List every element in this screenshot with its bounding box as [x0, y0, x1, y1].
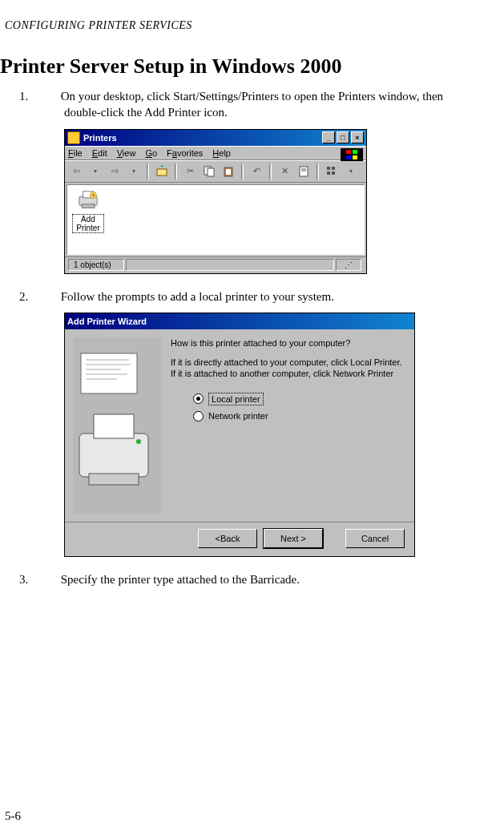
folder-icon: [67, 131, 80, 144]
svg-rect-28: [94, 414, 134, 438]
running-header: CONFIGURING PRINTER SERVICES: [0, 0, 504, 32]
copy-icon[interactable]: [201, 163, 217, 179]
undo-icon[interactable]: ↶: [248, 163, 264, 179]
window-titlebar: Printers _ □ ×: [65, 130, 366, 146]
svg-rect-14: [327, 171, 330, 175]
svg-rect-3: [353, 155, 357, 159]
forward-icon[interactable]: ⇨: [107, 163, 123, 179]
dropdown-icon[interactable]: ▾: [126, 163, 142, 179]
dropdown-icon[interactable]: ▾: [343, 163, 359, 179]
svg-rect-13: [332, 167, 335, 170]
toolbar: ⇦ ▾ ⇨ ▾ ✂ ↶ ✕: [65, 160, 366, 183]
svg-rect-18: [82, 204, 95, 208]
separator: [269, 163, 272, 179]
svg-rect-8: [226, 169, 231, 175]
menu-file[interactable]: File: [68, 148, 83, 158]
minimize-button[interactable]: _: [322, 131, 335, 143]
add-printer-label: Add Printer: [72, 214, 104, 233]
svg-rect-4: [157, 169, 167, 175]
wizard-banner-image: [73, 337, 161, 514]
page-title: Printer Server Setup in Windows 2000: [0, 54, 504, 79]
svg-rect-9: [300, 167, 308, 176]
back-icon[interactable]: ⇦: [68, 163, 84, 179]
window-content: Add Printer: [67, 184, 365, 255]
radio-local-printer[interactable]: Local printer: [193, 393, 406, 405]
menubar: File Edit View Go Favorites Help: [65, 146, 366, 160]
svg-rect-2: [346, 155, 351, 159]
separator: [147, 163, 149, 179]
cancel-button[interactable]: Cancel: [345, 529, 405, 548]
page-number: 5-6: [5, 809, 21, 823]
add-printer-item[interactable]: Add Printer: [72, 190, 104, 233]
next-button[interactable]: Next >: [264, 529, 323, 548]
radio-icon: [193, 411, 204, 422]
svg-rect-15: [332, 171, 335, 175]
svg-rect-1: [353, 150, 357, 154]
figure-add-printer-wizard: Add Printer Wizard: [64, 313, 504, 557]
statusbar: 1 object(s) ⋰: [65, 256, 366, 273]
radio-icon: [193, 393, 204, 404]
figure-printers-window: Printers _ □ × File Edit View Go Favorit…: [64, 129, 504, 274]
step-number: 2.: [42, 288, 58, 305]
window-title: Printers: [83, 133, 117, 143]
menu-favorites[interactable]: Favorites: [167, 148, 203, 158]
menu-help[interactable]: Help: [212, 148, 231, 158]
properties-icon[interactable]: [296, 163, 312, 179]
step-1: 1. On your desktop, click Start/Settings…: [64, 88, 472, 121]
step-2: 2. Follow the prompts to add a local pri…: [64, 288, 472, 305]
close-button[interactable]: ×: [351, 131, 364, 143]
cut-icon[interactable]: ✂: [182, 163, 198, 179]
back-button[interactable]: < Back: [198, 529, 257, 548]
svg-rect-29: [89, 474, 139, 485]
radio-network-printer[interactable]: Network printer: [193, 410, 406, 422]
separator: [175, 163, 177, 179]
dropdown-icon[interactable]: ▾: [87, 163, 103, 179]
dialog-button-row: < Back Next > Cancel: [65, 522, 414, 556]
step-text: On your desktop, click Start/Settings/Pr…: [61, 90, 443, 119]
separator: [317, 163, 319, 179]
windows-logo-icon: [341, 148, 363, 161]
wizard-question: How is this printer attached to your com…: [171, 337, 406, 349]
status-text: 1 object(s): [68, 259, 124, 271]
menu-view[interactable]: View: [117, 148, 136, 158]
menu-go[interactable]: Go: [145, 148, 157, 158]
radio-label-text: ocal printer: [216, 394, 260, 404]
dialog-titlebar: Add Printer Wizard: [65, 313, 414, 329]
delete-icon[interactable]: ✕: [276, 163, 292, 179]
wizard-description: If it is directly attached to your compu…: [171, 357, 406, 380]
views-icon[interactable]: [324, 163, 340, 179]
separator: [241, 163, 244, 179]
step-number: 3.: [42, 571, 58, 587]
step-number: 1.: [42, 88, 58, 104]
paste-icon[interactable]: [220, 163, 236, 179]
step-3: 3. Specify the printer type attached to …: [64, 571, 472, 587]
step-text: Follow the prompts to add a local printe…: [61, 290, 334, 303]
svg-rect-0: [346, 150, 351, 154]
dialog-title: Add Printer Wizard: [67, 317, 147, 326]
menu-edit[interactable]: Edit: [92, 148, 107, 158]
maximize-button[interactable]: □: [337, 131, 349, 143]
svg-rect-6: [208, 168, 214, 176]
step-text: Specify the printer type attached to the…: [61, 573, 300, 586]
up-folder-icon[interactable]: [154, 163, 170, 179]
status-spacer: [126, 259, 334, 271]
radio-label-text: etwork printer: [215, 411, 268, 421]
svg-point-30: [136, 439, 141, 444]
resize-grip-icon: ⋰: [336, 259, 361, 271]
svg-rect-12: [327, 167, 330, 170]
